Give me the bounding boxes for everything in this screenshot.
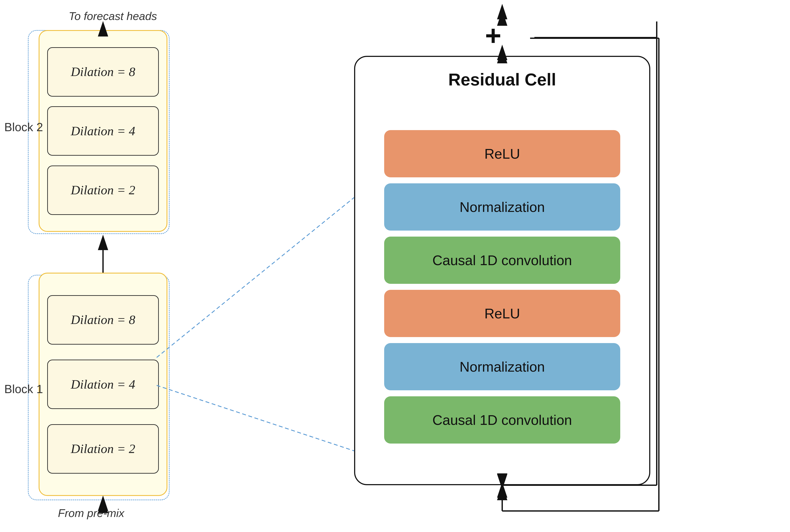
res-conv1: Causal 1D convolution [384, 236, 620, 284]
block1-dilation2-label: Dilation = 2 [71, 441, 135, 456]
res-conv2: Causal 1D convolution [384, 396, 620, 443]
residual-cell: Residual Cell ReLU Normalization Causal … [354, 56, 650, 485]
diagram-container: To forecast heads Dilation = 8 Dilation … [0, 0, 790, 532]
block1-yellow: Dilation = 8 Dilation = 4 Dilation = 2 [39, 273, 168, 496]
block2-dilation4-label: Dilation = 4 [71, 124, 135, 138]
res-norm2: Normalization [384, 343, 620, 390]
block2-yellow: Dilation = 8 Dilation = 4 Dilation = 2 [39, 30, 168, 232]
block2-dilation8: Dilation = 8 [47, 47, 159, 97]
block1-dilation8: Dilation = 8 [47, 295, 159, 345]
forecast-label: To forecast heads [69, 10, 157, 22]
res-norm1: Normalization [384, 183, 620, 231]
plus-symbol: + [485, 19, 501, 52]
block1-dilation4-label: Dilation = 4 [71, 377, 135, 392]
residual-cell-title: Residual Cell [448, 70, 556, 90]
svg-line-7 [157, 197, 354, 358]
res-cell-layers: ReLU Normalization Causal 1D convolution… [368, 98, 636, 476]
block1-label: Block 1 [4, 382, 43, 396]
res-relu1: ReLU [384, 130, 620, 177]
premix-label: From pre-mix [58, 507, 124, 519]
block2-dilation2: Dilation = 2 [47, 166, 159, 215]
block2-dilation8-label: Dilation = 8 [71, 64, 135, 79]
svg-line-8 [157, 385, 354, 451]
block2-dilation2-label: Dilation = 2 [71, 183, 135, 197]
block2-dilation4: Dilation = 4 [47, 106, 159, 156]
block1-dilation8-label: Dilation = 8 [71, 312, 135, 327]
block2-label: Block 2 [4, 120, 43, 134]
block1-dilation2: Dilation = 2 [47, 424, 159, 474]
block1-dilation4: Dilation = 4 [47, 360, 159, 409]
res-relu2: ReLU [384, 290, 620, 337]
